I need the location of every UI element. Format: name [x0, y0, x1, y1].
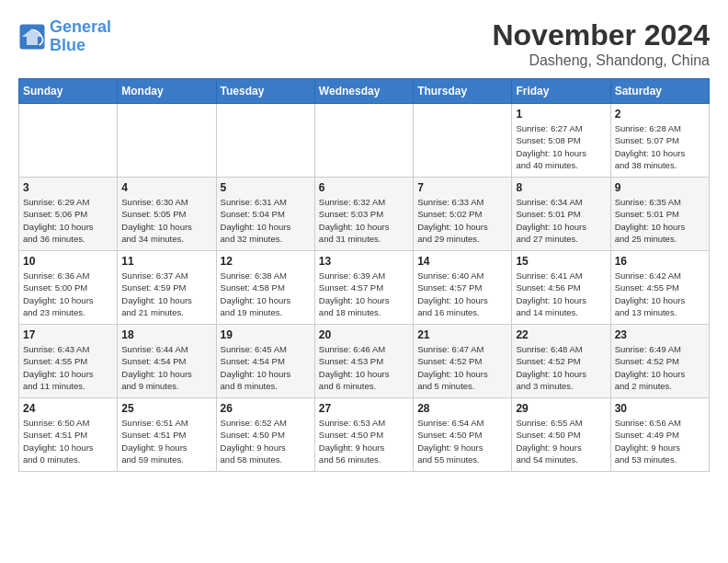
table-row: 27Sunrise: 6:53 AM Sunset: 4:50 PM Dayli… — [314, 398, 413, 472]
day-info: Sunrise: 6:47 AM Sunset: 4:52 PM Dayligh… — [417, 343, 507, 392]
table-row: 3Sunrise: 6:29 AM Sunset: 5:06 PM Daylig… — [19, 178, 118, 251]
table-row: 18Sunrise: 6:44 AM Sunset: 4:54 PM Dayli… — [118, 325, 216, 398]
table-row: 5Sunrise: 6:31 AM Sunset: 5:04 PM Daylig… — [216, 178, 314, 251]
day-info: Sunrise: 6:43 AM Sunset: 4:55 PM Dayligh… — [23, 343, 113, 392]
table-row: 25Sunrise: 6:51 AM Sunset: 4:51 PM Dayli… — [118, 398, 216, 472]
table-row: 14Sunrise: 6:40 AM Sunset: 4:57 PM Dayli… — [414, 251, 512, 325]
calendar-header-row: Sunday Monday Tuesday Wednesday Thursday… — [19, 79, 710, 104]
col-monday: Monday — [118, 79, 216, 104]
table-row: 17Sunrise: 6:43 AM Sunset: 4:55 PM Dayli… — [19, 325, 118, 398]
day-info: Sunrise: 6:50 AM Sunset: 4:51 PM Dayligh… — [23, 417, 113, 465]
table-row: 20Sunrise: 6:46 AM Sunset: 4:53 PM Dayli… — [314, 325, 413, 398]
day-number: 19 — [221, 328, 311, 341]
day-number: 8 — [516, 181, 606, 194]
table-row: 6Sunrise: 6:32 AM Sunset: 5:03 PM Daylig… — [314, 178, 413, 251]
day-number: 20 — [319, 328, 409, 341]
logo-name: General Blue — [50, 18, 111, 55]
day-number: 26 — [221, 402, 311, 415]
table-row: 9Sunrise: 6:35 AM Sunset: 5:01 PM Daylig… — [610, 178, 709, 251]
day-info: Sunrise: 6:39 AM Sunset: 4:57 PM Dayligh… — [319, 270, 409, 318]
day-info: Sunrise: 6:54 AM Sunset: 4:50 PM Dayligh… — [417, 417, 507, 465]
day-number: 10 — [23, 255, 113, 268]
day-number: 14 — [417, 255, 507, 268]
day-info: Sunrise: 6:51 AM Sunset: 4:51 PM Dayligh… — [121, 417, 211, 465]
day-number: 9 — [615, 181, 705, 194]
day-info: Sunrise: 6:44 AM Sunset: 4:54 PM Dayligh… — [121, 343, 211, 392]
calendar: Sunday Monday Tuesday Wednesday Thursday… — [18, 78, 710, 472]
calendar-week-row: 17Sunrise: 6:43 AM Sunset: 4:55 PM Dayli… — [19, 325, 710, 398]
header: General Blue November 2024 Dasheng, Shan… — [18, 18, 710, 69]
day-number: 15 — [516, 255, 606, 268]
col-tuesday: Tuesday — [216, 79, 314, 104]
table-row: 29Sunrise: 6:55 AM Sunset: 4:50 PM Dayli… — [512, 398, 610, 472]
day-number: 6 — [319, 181, 409, 194]
day-number: 3 — [23, 181, 113, 194]
day-number: 1 — [516, 108, 606, 121]
day-number: 24 — [23, 402, 113, 415]
col-sunday: Sunday — [19, 79, 118, 104]
table-row — [314, 104, 413, 178]
day-number: 5 — [221, 181, 311, 194]
table-row: 1Sunrise: 6:27 AM Sunset: 5:08 PM Daylig… — [512, 104, 610, 178]
day-number: 16 — [615, 255, 705, 268]
table-row: 8Sunrise: 6:34 AM Sunset: 5:01 PM Daylig… — [512, 178, 610, 251]
table-row: 22Sunrise: 6:48 AM Sunset: 4:52 PM Dayli… — [512, 325, 610, 398]
table-row: 2Sunrise: 6:28 AM Sunset: 5:07 PM Daylig… — [610, 104, 709, 178]
table-row: 28Sunrise: 6:54 AM Sunset: 4:50 PM Dayli… — [414, 398, 512, 472]
logo: General Blue — [18, 18, 111, 55]
day-info: Sunrise: 6:28 AM Sunset: 5:07 PM Dayligh… — [615, 122, 705, 171]
table-row: 30Sunrise: 6:56 AM Sunset: 4:49 PM Dayli… — [610, 398, 709, 472]
day-info: Sunrise: 6:53 AM Sunset: 4:50 PM Dayligh… — [319, 417, 409, 465]
day-number: 4 — [121, 181, 211, 194]
day-info: Sunrise: 6:38 AM Sunset: 4:58 PM Dayligh… — [221, 270, 311, 318]
table-row: 4Sunrise: 6:30 AM Sunset: 5:05 PM Daylig… — [118, 178, 216, 251]
title-section: November 2024 Dasheng, Shandong, China — [492, 18, 710, 69]
day-info: Sunrise: 6:55 AM Sunset: 4:50 PM Dayligh… — [516, 417, 606, 465]
logo-icon — [18, 23, 46, 51]
table-row: 24Sunrise: 6:50 AM Sunset: 4:51 PM Dayli… — [19, 398, 118, 472]
calendar-week-row: 1Sunrise: 6:27 AM Sunset: 5:08 PM Daylig… — [19, 104, 710, 178]
table-row — [216, 104, 314, 178]
table-row: 13Sunrise: 6:39 AM Sunset: 4:57 PM Dayli… — [314, 251, 413, 325]
table-row: 19Sunrise: 6:45 AM Sunset: 4:54 PM Dayli… — [216, 325, 314, 398]
table-row — [19, 104, 118, 178]
table-row — [414, 104, 512, 178]
day-number: 28 — [417, 402, 507, 415]
day-info: Sunrise: 6:31 AM Sunset: 5:04 PM Dayligh… — [221, 196, 311, 245]
day-info: Sunrise: 6:52 AM Sunset: 4:50 PM Dayligh… — [221, 417, 311, 465]
day-info: Sunrise: 6:32 AM Sunset: 5:03 PM Dayligh… — [319, 196, 409, 245]
day-number: 2 — [615, 108, 705, 121]
day-info: Sunrise: 6:45 AM Sunset: 4:54 PM Dayligh… — [221, 343, 311, 392]
table-row: 12Sunrise: 6:38 AM Sunset: 4:58 PM Dayli… — [216, 251, 314, 325]
col-wednesday: Wednesday — [314, 79, 413, 104]
table-row: 26Sunrise: 6:52 AM Sunset: 4:50 PM Dayli… — [216, 398, 314, 472]
day-number: 27 — [319, 402, 409, 415]
day-info: Sunrise: 6:27 AM Sunset: 5:08 PM Dayligh… — [516, 122, 606, 171]
calendar-week-row: 3Sunrise: 6:29 AM Sunset: 5:06 PM Daylig… — [19, 178, 710, 251]
day-number: 12 — [221, 255, 311, 268]
day-info: Sunrise: 6:56 AM Sunset: 4:49 PM Dayligh… — [615, 417, 705, 465]
table-row — [118, 104, 216, 178]
day-info: Sunrise: 6:35 AM Sunset: 5:01 PM Dayligh… — [615, 196, 705, 245]
day-number: 29 — [516, 402, 606, 415]
table-row: 10Sunrise: 6:36 AM Sunset: 5:00 PM Dayli… — [19, 251, 118, 325]
day-info: Sunrise: 6:40 AM Sunset: 4:57 PM Dayligh… — [417, 270, 507, 318]
table-row: 16Sunrise: 6:42 AM Sunset: 4:55 PM Dayli… — [610, 251, 709, 325]
day-info: Sunrise: 6:33 AM Sunset: 5:02 PM Dayligh… — [417, 196, 507, 245]
day-number: 23 — [615, 328, 705, 341]
col-friday: Friday — [512, 79, 610, 104]
day-info: Sunrise: 6:41 AM Sunset: 4:56 PM Dayligh… — [516, 270, 606, 318]
table-row: 11Sunrise: 6:37 AM Sunset: 4:59 PM Dayli… — [118, 251, 216, 325]
day-number: 13 — [319, 255, 409, 268]
table-row: 23Sunrise: 6:49 AM Sunset: 4:52 PM Dayli… — [610, 325, 709, 398]
day-number: 17 — [23, 328, 113, 341]
col-saturday: Saturday — [610, 79, 709, 104]
calendar-week-row: 24Sunrise: 6:50 AM Sunset: 4:51 PM Dayli… — [19, 398, 710, 472]
month-title: November 2024 — [492, 18, 710, 52]
day-info: Sunrise: 6:46 AM Sunset: 4:53 PM Dayligh… — [319, 343, 409, 392]
day-info: Sunrise: 6:34 AM Sunset: 5:01 PM Dayligh… — [516, 196, 606, 245]
day-number: 11 — [121, 255, 211, 268]
table-row: 7Sunrise: 6:33 AM Sunset: 5:02 PM Daylig… — [414, 178, 512, 251]
col-thursday: Thursday — [414, 79, 512, 104]
day-number: 21 — [417, 328, 507, 341]
